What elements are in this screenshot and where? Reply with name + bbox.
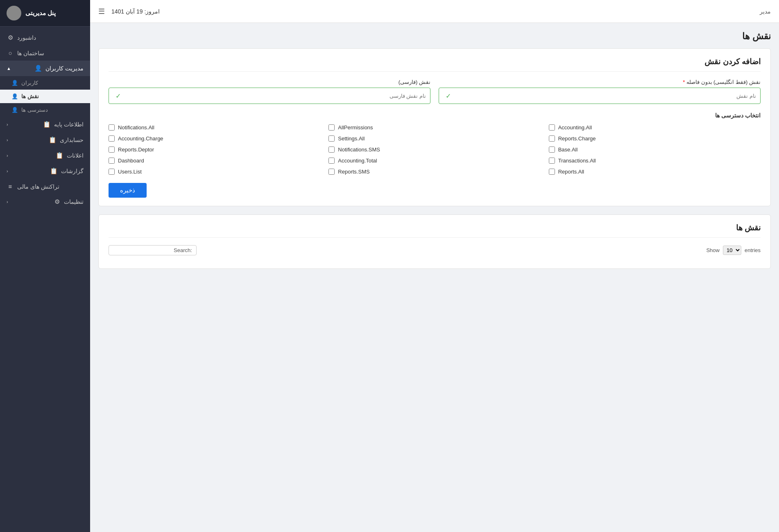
sidebar-item-announcements-label: اعلانات <box>67 152 84 159</box>
sidebar-item-buildings-label: ساختمان ها <box>17 50 44 56</box>
save-btn-wrapper: ذخیره <box>109 183 761 198</box>
buildings-icon: ○ <box>7 50 14 56</box>
sidebar-header: پنل مدیریتی <box>0 0 90 27</box>
perm-accounting-total-checkbox[interactable] <box>328 158 335 164</box>
perm-notifications-all-label: Notifications.All <box>118 124 154 131</box>
perm-base-all-checkbox[interactable] <box>549 147 555 153</box>
chevron-up-icon: ▲ <box>7 66 11 71</box>
sidebar-item-accounting[interactable]: حسابداری 📋 ‹ <box>0 132 90 148</box>
permissions-title: انتخاب دسترسی ها <box>109 112 761 119</box>
perm-notifications-sms-checkbox[interactable] <box>328 147 335 153</box>
persian-input[interactable] <box>121 93 426 99</box>
roles-icon: 👤 <box>11 93 18 99</box>
reports-icon: 📋 <box>50 167 58 175</box>
announcements-icon: 📋 <box>56 152 63 159</box>
perm-transactions-all-label: Transactions.All <box>558 158 596 164</box>
perm-reports-all-checkbox[interactable] <box>549 169 555 175</box>
sidebar-item-buildings[interactable]: ساختمان ها ○ <box>0 45 90 61</box>
form-group-persian: نقش (فارسی) ✓ <box>109 79 430 104</box>
sidebar-item-transactions[interactable]: تراکنش های مالی ≡ <box>0 179 90 194</box>
sidebar-item-basic-info[interactable]: اطلاعات پایه 📋 ‹ <box>0 117 90 132</box>
sidebar-item-roles-label: نقش ها <box>21 93 39 99</box>
perm-settings-all: Settings.All <box>328 135 540 142</box>
sidebar-item-dashboard-label: داشبورد <box>17 34 36 41</box>
sidebar-item-user-management[interactable]: مدیریت کاربران 👤 ▲ <box>0 61 90 76</box>
table-controls: Show 10 25 50 entries Search: <box>109 245 761 255</box>
perm-reports-sms: Reports.SMS <box>328 169 540 175</box>
sidebar-item-access-label: دسترسی ها <box>21 107 48 113</box>
topbar-username: مدیر <box>760 8 771 15</box>
perm-reports-sms-checkbox[interactable] <box>328 169 335 175</box>
perm-settings-all-label: Settings.All <box>338 135 365 142</box>
perm-users-list-checkbox[interactable] <box>109 169 115 175</box>
chevron-left-icon-accounting: ‹ <box>7 138 8 142</box>
chevron-left-icon-basic: ‹ <box>7 122 8 127</box>
perm-reports-charge-label: Reports.Charge <box>558 135 596 142</box>
accounting-icon: 📋 <box>49 136 57 144</box>
users-icon: 👤 <box>11 80 18 86</box>
search-label: Search: <box>174 247 192 253</box>
perm-allpermissions-checkbox[interactable] <box>328 124 335 131</box>
chevron-left-icon-rep: ‹ <box>7 169 8 174</box>
menu-icon[interactable]: ☰ <box>98 7 105 16</box>
page-title: نقش ها <box>98 31 771 42</box>
perm-transactions-all-checkbox[interactable] <box>549 158 555 164</box>
page-area: نقش ها اضافه کردن نقش نقش (فقط انگلیسی) … <box>90 23 779 532</box>
sidebar-item-reports[interactable]: گزارشات 📋 ‹ <box>0 163 90 179</box>
perm-accounting-total: Accounting.Total <box>328 158 540 164</box>
perm-reports-all: Reports.All <box>549 169 761 175</box>
perm-transactions-all: Transactions.All <box>549 158 761 164</box>
show-entries: Show 10 25 50 entries <box>706 246 761 255</box>
sidebar-item-user-management-label: مدیریت کاربران <box>45 65 84 72</box>
settings-icon: ⚙ <box>53 198 61 205</box>
form-group-english: نقش (فقط انگلیسی) بدون فاصله * ✓ <box>439 79 761 104</box>
check-icon-english: ✓ <box>446 92 451 100</box>
form-row-inputs: نقش (فقط انگلیسی) بدون فاصله * ✓ نقش (فا… <box>109 79 761 104</box>
sidebar-item-announcements[interactable]: اعلانات 📋 ‹ <box>0 148 90 163</box>
topbar-date: امروز: 19 آبان 1401 <box>111 8 160 15</box>
sidebar-item-settings-label: تنظیمات <box>64 198 84 205</box>
sidebar-item-dashboard[interactable]: داشبورد ⚙ <box>0 30 90 45</box>
perm-accounting-charge: Accounting.Charge <box>109 135 320 142</box>
perm-accounting-charge-label: Accounting.Charge <box>118 135 163 142</box>
perm-dashboard-checkbox[interactable] <box>109 158 115 164</box>
add-role-card: اضافه کردن نقش نقش (فقط انگلیسی) بدون فا… <box>98 48 771 206</box>
check-icon-persian: ✓ <box>115 92 121 100</box>
roles-table-card: نقش ها Show 10 25 50 entries Search: <box>98 214 771 269</box>
perm-settings-all-checkbox[interactable] <box>328 135 335 142</box>
persian-input-wrapper: ✓ <box>109 88 430 104</box>
sidebar-item-reports-label: گزارشات <box>61 168 84 174</box>
permissions-grid: Accounting.All AllPermissions Notificati… <box>109 124 761 175</box>
perm-reports-charge: Reports.Charge <box>549 135 761 142</box>
access-icon: 👤 <box>11 107 18 113</box>
perm-notifications-sms-label: Notifications.SMS <box>338 147 380 153</box>
sidebar-item-roles[interactable]: نقش ها 👤 <box>0 90 90 103</box>
sidebar-navigation: داشبورد ⚙ ساختمان ها ○ مدیریت کاربران 👤 … <box>0 27 90 532</box>
search-input[interactable] <box>113 247 170 253</box>
perm-notifications-all-checkbox[interactable] <box>109 124 115 131</box>
sidebar-item-access[interactable]: دسترسی ها 👤 <box>0 103 90 117</box>
show-label: Show <box>706 247 720 253</box>
add-role-card-title: اضافه کردن نقش <box>109 57 761 72</box>
sidebar-item-settings[interactable]: تنظیمات ⚙ ‹ <box>0 194 90 210</box>
search-wrapper: Search: <box>109 245 197 255</box>
perm-accounting-all-checkbox[interactable] <box>549 124 555 131</box>
save-button[interactable]: ذخیره <box>109 183 147 198</box>
perm-base-all-label: Base.All <box>558 147 578 153</box>
perm-accounting-charge-checkbox[interactable] <box>109 135 115 142</box>
perm-accounting-all: Accounting.All <box>549 124 761 131</box>
chevron-left-icon-ann: ‹ <box>7 153 8 158</box>
entries-select[interactable]: 10 25 50 <box>723 246 741 255</box>
sidebar-item-users[interactable]: کاربران 👤 <box>0 76 90 90</box>
dashboard-icon: ⚙ <box>7 34 14 41</box>
perm-reports-deptor-checkbox[interactable] <box>109 147 115 153</box>
english-input[interactable] <box>451 93 756 99</box>
sidebar-title: پنل مدیریتی <box>25 9 56 17</box>
perm-reports-charge-checkbox[interactable] <box>549 135 555 142</box>
entries-label: entries <box>745 247 761 253</box>
perm-notifications-sms: Notifications.SMS <box>328 147 540 153</box>
sidebar-item-users-label: کاربران <box>21 80 38 86</box>
perm-allpermissions-label: AllPermissions <box>338 124 373 131</box>
perm-reports-sms-label: Reports.SMS <box>338 169 369 175</box>
topbar: مدیر امروز: 19 آبان 1401 ☰ <box>90 0 779 23</box>
